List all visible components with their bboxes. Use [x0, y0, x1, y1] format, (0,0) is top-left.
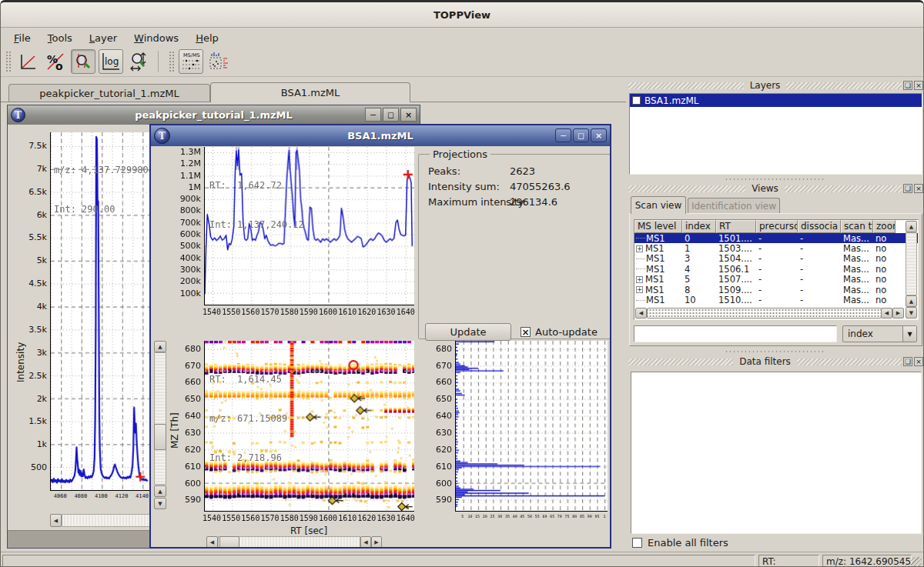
- y-axis-tick-label: 1M: [167, 182, 201, 192]
- maximize-button[interactable]: ◻: [383, 108, 399, 122]
- tree-expander-icon[interactable]: +: [636, 286, 643, 293]
- mz-scroll-down-button[interactable]: ▼: [154, 498, 166, 509]
- views-dock-titlebar[interactable]: Views ❏ ×: [628, 183, 923, 194]
- msms-view-icon[interactable]: MS/MS: [179, 49, 203, 74]
- table-row[interactable]: MS141506.1--Mas...no: [634, 264, 918, 274]
- table-scroll-left-button-2[interactable]: ◀: [881, 308, 892, 319]
- tree-expander-icon[interactable]: +: [636, 245, 643, 252]
- table-row[interactable]: MS131504....--Mas...no: [634, 254, 918, 264]
- close-button[interactable]: ×: [591, 128, 607, 142]
- rt-scroll-left-button[interactable]: ◀: [206, 536, 218, 549]
- column-header-0[interactable]: MS level: [634, 220, 682, 233]
- close-dock-icon[interactable]: ×: [914, 184, 923, 193]
- tree-expander-icon[interactable]: +: [636, 276, 643, 283]
- bsa1-titlebar[interactable]: T BSA1.mzML ─ ◻ ×: [151, 125, 610, 146]
- table-row[interactable]: MS101501....--Mas...no: [634, 233, 918, 243]
- table-row[interactable]: +MS151507....--Mas...no: [634, 275, 918, 285]
- scroll-left-button[interactable]: ◀: [50, 514, 62, 527]
- auto-update-checkbox[interactable]: ×: [521, 327, 531, 337]
- column-header-4[interactable]: dissocia: [798, 220, 841, 233]
- table-scroll-left-button[interactable]: ◀: [635, 308, 647, 319]
- tab-peakpicker-tutorial[interactable]: peakpicker_tutorial_1.mzML: [8, 84, 210, 102]
- y-axis-tick-label: 6.5k: [13, 187, 47, 197]
- maximize-button[interactable]: ◻: [573, 128, 589, 142]
- dock-splitter-handle[interactable]: [725, 350, 825, 353]
- data-filters-list[interactable]: [631, 372, 922, 534]
- prec-cell: -: [756, 285, 798, 295]
- menu-help[interactable]: Help: [187, 30, 227, 46]
- resize-grip[interactable]: [911, 557, 922, 567]
- column-header-2[interactable]: RT: [716, 220, 756, 233]
- rt-scroll-left-button-2[interactable]: ◀: [360, 536, 371, 549]
- peakpicker-titlebar[interactable]: T peakpicker_tutorial_1.mzML ─ ◻ ×: [8, 105, 420, 125]
- mz-scrollbar-track[interactable]: [154, 352, 166, 485]
- table-scroll-right-button[interactable]: ▶: [892, 308, 904, 319]
- mz-scrollbar-thumb[interactable]: [154, 424, 166, 450]
- mz-projection-canvas[interactable]: [455, 341, 608, 512]
- table-row[interactable]: MS1101510....--Mas...no: [634, 295, 918, 305]
- percentage-mode-icon[interactable]: % o: [43, 49, 68, 74]
- toppview-logo-icon: T: [154, 128, 170, 144]
- tab-scan-view[interactable]: Scan view: [631, 196, 686, 214]
- column-header-5[interactable]: scan typ: [841, 220, 873, 233]
- layers-dock-titlebar[interactable]: Layers ❏ ×: [628, 80, 923, 91]
- data-filters-dock-titlebar[interactable]: Data filters ❏ ×: [628, 356, 923, 367]
- index-cell: 1: [682, 243, 716, 253]
- tab-bsa1[interactable]: BSA1.mzML: [210, 82, 410, 102]
- status-mz-panel: m/z: 1642.690545: [822, 555, 912, 567]
- enable-all-filters-checkbox[interactable]: [632, 538, 642, 548]
- menu-tools[interactable]: Tools: [39, 30, 81, 46]
- menu-file[interactable]: File: [5, 30, 39, 46]
- dock-splitter-handle[interactable]: [725, 178, 825, 181]
- layer-visibility-checkbox[interactable]: ×: [632, 96, 641, 105]
- close-dock-icon[interactable]: ×: [914, 81, 923, 90]
- toolbar-drag-handle[interactable]: [5, 51, 12, 72]
- intensity-zoom-icon[interactable]: [126, 49, 151, 74]
- y-axis-tick-label: 200k: [167, 276, 201, 286]
- update-button[interactable]: Update: [425, 323, 511, 341]
- y-axis-tick-label: 5k: [13, 255, 47, 265]
- overlay-rt: RT: 1,614.45: [209, 373, 287, 386]
- table-v-scrollbar[interactable]: [906, 232, 917, 295]
- overlay-int: Int: 1,137,240.12: [209, 218, 304, 232]
- table-h-scrollbar-thumb[interactable]: [647, 308, 882, 319]
- float-dock-icon[interactable]: ❏: [903, 81, 912, 90]
- layer-item-bsa1[interactable]: × BSA1.mzML: [630, 94, 922, 107]
- menu-windows[interactable]: Windows: [126, 30, 187, 46]
- y-axis-tick-label: 600: [418, 479, 452, 489]
- minimize-button[interactable]: ─: [365, 108, 381, 122]
- overlay-int: Int: 290.00: [54, 203, 154, 216]
- rt-scroll-right-button[interactable]: ▶: [371, 536, 382, 549]
- y-axis-tick-label: 1.1M: [167, 171, 201, 181]
- filter-column-combobox[interactable]: index ▼: [842, 325, 917, 342]
- column-header-6[interactable]: zoom: [873, 220, 896, 233]
- close-dock-icon[interactable]: ×: [914, 357, 923, 366]
- projections-view-icon[interactable]: [206, 49, 231, 74]
- ms-level-cell: MS1: [645, 243, 665, 253]
- float-dock-icon[interactable]: ❏: [903, 357, 912, 366]
- table-row[interactable]: +MS181509....--Mas...no: [634, 285, 918, 295]
- close-button[interactable]: ×: [400, 108, 417, 122]
- index-cell: 5: [682, 275, 716, 285]
- tab-identification-view[interactable]: Identification view: [688, 198, 780, 213]
- app-titlebar[interactable]: TOPPView: [1, 2, 923, 28]
- float-dock-icon[interactable]: ❏: [903, 184, 912, 193]
- table-scroll-up-button-2[interactable]: ▲: [906, 295, 917, 307]
- log-mode-icon[interactable]: log: [99, 49, 123, 74]
- linear-axes-icon[interactable]: [15, 49, 40, 74]
- column-header-3[interactable]: precurso: [756, 220, 798, 233]
- minimize-button[interactable]: ─: [555, 128, 571, 142]
- table-scroll-down-button[interactable]: ▼: [906, 307, 917, 319]
- linear-axes-glyph: [18, 52, 37, 71]
- mz-scroll-up-button-2[interactable]: ▲: [154, 485, 166, 497]
- mz-scroll-up-button[interactable]: ▲: [154, 341, 166, 352]
- column-header-1[interactable]: index: [682, 220, 716, 233]
- rt-scrollbar-thumb[interactable]: [219, 536, 239, 549]
- toolbar-drag-handle-2[interactable]: [169, 51, 175, 72]
- dock-hatch: [785, 185, 902, 192]
- scan-filter-input[interactable]: [634, 325, 837, 342]
- zoom-mode-icon[interactable]: [71, 49, 95, 74]
- menu-layer[interactable]: Layer: [81, 30, 126, 46]
- table-row[interactable]: +MS111503....--Mas...no: [634, 243, 918, 253]
- table-scroll-up-button[interactable]: ▲: [906, 221, 917, 232]
